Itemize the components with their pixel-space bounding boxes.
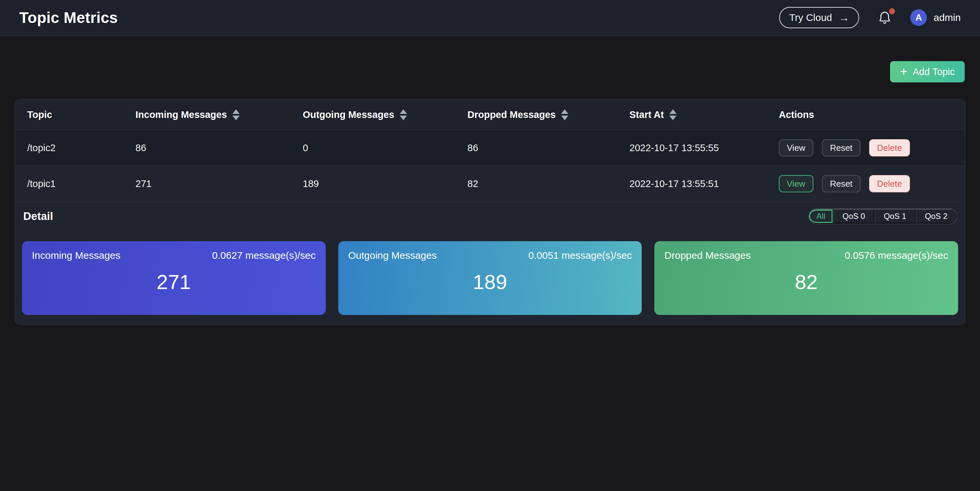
sort-icon[interactable] xyxy=(400,109,407,120)
column-header-incoming[interactable]: Incoming Messages xyxy=(135,109,303,120)
qos-tab-all[interactable]: All xyxy=(809,209,833,223)
try-cloud-button[interactable]: Try Cloud → xyxy=(779,7,859,28)
topic-metrics-page: + Add Topic Topic Incoming Messages Outg… xyxy=(0,61,980,325)
metric-card-outgoing: Outgoing Messages 0.0051 message(s)/sec … xyxy=(338,241,642,315)
topics-panel: Topic Incoming Messages Outgoing Message… xyxy=(14,99,966,325)
card-value: 189 xyxy=(338,270,642,294)
cell-topic: /topic2 xyxy=(27,142,135,153)
cell-outgoing: 189 xyxy=(303,179,468,189)
card-header: Incoming Messages 0.0627 message(s)/sec xyxy=(32,250,316,261)
toolbar: + Add Topic xyxy=(14,61,966,82)
reset-button[interactable]: Reset xyxy=(822,175,861,192)
card-rate: 0.0051 message(s)/sec xyxy=(528,250,632,261)
cell-start-at: 2022-10-17 13:55:55 xyxy=(630,142,779,153)
card-header: Dropped Messages 0.0576 message(s)/sec xyxy=(664,250,948,261)
user-menu[interactable]: A admin xyxy=(910,9,961,26)
metric-card-dropped: Dropped Messages 0.0576 message(s)/sec 8… xyxy=(654,241,958,315)
column-label: Outgoing Messages xyxy=(303,109,395,120)
cell-actions: View Reset Delete xyxy=(779,139,953,156)
notifications-button[interactable] xyxy=(877,10,892,26)
cell-dropped: 82 xyxy=(468,179,630,189)
column-label: Incoming Messages xyxy=(135,109,227,120)
avatar: A xyxy=(910,9,927,26)
username: admin xyxy=(934,12,961,23)
caret-down-icon xyxy=(561,116,568,120)
view-button[interactable]: View xyxy=(779,139,813,156)
metric-cards: Incoming Messages 0.0627 message(s)/sec … xyxy=(15,231,965,324)
cell-incoming: 86 xyxy=(135,142,303,153)
caret-down-icon xyxy=(669,116,676,120)
column-label: Start At xyxy=(630,109,664,120)
notification-badge xyxy=(889,8,895,14)
caret-down-icon xyxy=(232,116,240,120)
page-title: Topic Metrics xyxy=(19,9,118,27)
delete-button[interactable]: Delete xyxy=(869,139,910,156)
column-label: Actions xyxy=(779,109,814,120)
column-header-dropped[interactable]: Dropped Messages xyxy=(468,109,630,120)
app-header: Topic Metrics Try Cloud → A admin xyxy=(0,0,980,36)
detail-section-header: Detail All QoS 0 QoS 1 QoS 2 xyxy=(15,201,965,231)
cell-start-at: 2022-10-17 13:55:51 xyxy=(630,179,779,189)
column-header-topic: Topic xyxy=(27,109,135,120)
card-rate: 0.0627 message(s)/sec xyxy=(212,250,316,261)
view-button[interactable]: View xyxy=(779,175,813,192)
sort-icon[interactable] xyxy=(232,109,240,120)
card-rate: 0.0576 message(s)/sec xyxy=(845,250,948,261)
qos-tab-qos0[interactable]: QoS 0 xyxy=(833,209,875,223)
reset-button[interactable]: Reset xyxy=(822,139,861,156)
card-value: 82 xyxy=(654,270,958,294)
try-cloud-label: Try Cloud xyxy=(789,12,832,23)
sort-icon[interactable] xyxy=(669,109,676,120)
column-header-actions: Actions xyxy=(779,109,953,120)
add-topic-label: Add Topic xyxy=(913,67,955,77)
column-label: Topic xyxy=(27,109,52,120)
card-title: Incoming Messages xyxy=(32,250,121,261)
cell-topic: /topic1 xyxy=(27,179,135,189)
qos-filter-group: All QoS 0 QoS 1 QoS 2 xyxy=(808,208,958,224)
caret-up-icon xyxy=(561,109,568,114)
table-row: /topic1 271 189 82 2022-10-17 13:55:51 V… xyxy=(15,166,965,201)
caret-down-icon xyxy=(400,116,407,120)
cell-actions: View Reset Delete xyxy=(779,175,953,192)
metric-card-incoming: Incoming Messages 0.0627 message(s)/sec … xyxy=(22,241,326,315)
card-title: Dropped Messages xyxy=(664,250,751,261)
cell-incoming: 271 xyxy=(135,179,303,189)
delete-button[interactable]: Delete xyxy=(869,175,910,192)
column-label: Dropped Messages xyxy=(468,109,556,120)
detail-title: Detail xyxy=(22,210,53,223)
cell-dropped: 86 xyxy=(468,142,630,153)
card-title: Outgoing Messages xyxy=(348,250,437,261)
arrow-right-icon: → xyxy=(838,12,849,23)
card-header: Outgoing Messages 0.0051 message(s)/sec xyxy=(348,250,632,261)
caret-up-icon xyxy=(400,109,407,114)
add-topic-button[interactable]: + Add Topic xyxy=(890,61,965,82)
cell-outgoing: 0 xyxy=(303,142,468,153)
column-header-outgoing[interactable]: Outgoing Messages xyxy=(303,109,468,120)
table-header-row: Topic Incoming Messages Outgoing Message… xyxy=(15,100,965,129)
topbar-actions: Try Cloud → A admin xyxy=(779,7,961,28)
table-row: /topic2 86 0 86 2022-10-17 13:55:55 View… xyxy=(15,129,965,166)
qos-tab-qos2[interactable]: QoS 2 xyxy=(916,209,957,223)
plus-icon: + xyxy=(900,65,907,78)
card-value: 271 xyxy=(22,270,326,294)
sort-icon[interactable] xyxy=(561,109,568,120)
column-header-start-at[interactable]: Start At xyxy=(630,109,779,120)
caret-up-icon xyxy=(669,109,676,114)
qos-tab-qos1[interactable]: QoS 1 xyxy=(875,209,916,223)
caret-up-icon xyxy=(232,109,240,114)
